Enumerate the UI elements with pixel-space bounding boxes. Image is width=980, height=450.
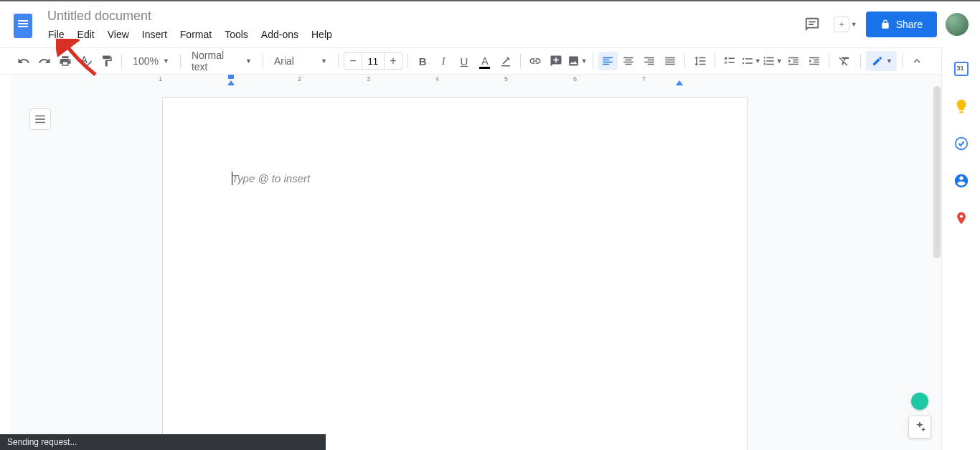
docs-logo-icon (14, 14, 32, 38)
outline-icon (34, 113, 47, 126)
collapse-toolbar-button[interactable] (908, 52, 927, 70)
menu-tools[interactable]: Tools (220, 26, 253, 43)
paint-format-icon (100, 55, 113, 67)
clear-formatting-button[interactable] (834, 52, 854, 70)
chevron-down-icon: ▼ (321, 57, 327, 65)
font-family-dropdown[interactable]: Arial▼ (268, 52, 333, 70)
numbered-list-icon (763, 55, 776, 67)
present-button[interactable]: ▼ (834, 17, 857, 32)
add-comment-icon (550, 55, 562, 67)
print-button[interactable] (56, 52, 75, 70)
open-comments-button[interactable] (799, 11, 825, 37)
font-size-control: − + (344, 52, 402, 70)
share-label: Share (896, 19, 923, 30)
toolbar-separator (829, 54, 829, 68)
ruler-mark: 7 (642, 75, 646, 83)
lock-icon (880, 19, 890, 29)
font-size-decrease-button[interactable]: − (344, 53, 362, 69)
chevron-down-icon: ▼ (581, 57, 588, 65)
chevron-down-icon: ▼ (886, 57, 892, 65)
link-icon (529, 55, 542, 67)
font-value: Arial (274, 55, 294, 67)
vertical-scrollbar[interactable] (933, 86, 941, 258)
calendar-icon (954, 62, 969, 76)
side-app-maps[interactable] (953, 210, 970, 227)
zoom-value: 100% (133, 55, 159, 67)
menu-format[interactable]: Format (175, 26, 217, 43)
menu-edit[interactable]: Edit (72, 26, 100, 43)
align-left-button[interactable] (598, 52, 618, 70)
side-app-keep[interactable] (953, 98, 970, 115)
style-value: Normal text (192, 50, 241, 72)
side-app-calendar[interactable] (953, 60, 970, 78)
spellcheck-button[interactable] (77, 52, 96, 70)
docs-home-button[interactable] (9, 7, 37, 44)
highlighter-icon (499, 55, 512, 67)
ruler-mark: 2 (298, 75, 301, 83)
menu-view[interactable]: View (103, 26, 134, 43)
align-justify-button[interactable] (660, 52, 679, 70)
menu-add-ons[interactable]: Add-ons (256, 26, 303, 43)
align-center-button[interactable] (619, 52, 639, 70)
horizontal-ruler[interactable]: 1 2 3 4 5 6 7 (11, 75, 941, 85)
paragraph-style-dropdown[interactable]: Normal text▼ (186, 52, 258, 70)
editing-mode-dropdown[interactable]: ▼ (866, 51, 897, 71)
share-button[interactable]: Share (866, 11, 937, 37)
font-size-increase-button[interactable]: + (385, 53, 402, 69)
bulleted-list-button[interactable]: ▼ (741, 52, 761, 70)
print-icon (59, 55, 72, 67)
toolbar-separator (860, 54, 861, 68)
activity-badge[interactable] (911, 393, 928, 410)
chevron-down-icon: ▼ (776, 57, 783, 65)
paint-format-button[interactable] (97, 52, 116, 70)
decrease-indent-button[interactable] (784, 52, 804, 70)
add-comment-button[interactable] (547, 52, 566, 70)
side-app-contacts[interactable] (953, 172, 970, 189)
image-icon (567, 55, 580, 67)
increase-indent-button[interactable] (804, 52, 824, 70)
redo-button[interactable] (35, 52, 55, 70)
side-app-tasks[interactable] (953, 135, 970, 152)
header-right: ▼ Share (799, 11, 969, 37)
present-icon (834, 17, 849, 32)
document-page[interactable]: Type @ to insert (162, 97, 748, 450)
bold-button[interactable]: B (413, 52, 433, 70)
line-spacing-icon (694, 55, 707, 67)
checklist-button[interactable] (720, 52, 740, 70)
underline-button[interactable]: U (455, 52, 474, 70)
spellcheck-icon (80, 55, 93, 67)
font-size-input[interactable] (362, 53, 385, 69)
toolbar-separator (407, 54, 408, 68)
menu-help[interactable]: Help (306, 26, 337, 43)
bulleted-list-icon (741, 55, 754, 67)
zoom-dropdown[interactable]: 100%▼ (127, 52, 175, 70)
insert-link-button[interactable] (526, 52, 545, 70)
menu-insert[interactable]: Insert (137, 26, 172, 43)
toolbar-separator (593, 54, 593, 68)
italic-button[interactable]: I (434, 52, 453, 70)
show-outline-button[interactable] (29, 108, 51, 130)
numbered-list-button[interactable]: ▼ (763, 52, 783, 70)
bold-icon: B (419, 55, 427, 67)
status-bar: Sending request... (0, 434, 326, 450)
status-message: Sending request... (7, 437, 77, 447)
insert-image-button[interactable]: ▼ (567, 52, 588, 70)
header: Untitled document File Edit View Insert … (0, 1, 980, 47)
line-spacing-button[interactable] (690, 52, 710, 70)
chevron-down-icon: ▼ (755, 57, 761, 65)
chevron-down-icon: ▼ (851, 21, 857, 28)
ruler-mark: 6 (573, 75, 577, 83)
align-left-icon (601, 55, 614, 67)
keep-icon (953, 98, 969, 114)
explore-button[interactable] (908, 416, 931, 439)
align-right-button[interactable] (639, 52, 659, 70)
toolbar-separator (715, 54, 715, 68)
side-panel (941, 47, 980, 450)
toolbar: 100%▼ Normal text▼ Arial▼ − + B I U A ▼ … (0, 47, 941, 75)
account-avatar[interactable] (946, 13, 969, 36)
text-color-button[interactable]: A (475, 52, 494, 70)
highlight-color-button[interactable] (496, 52, 515, 70)
menu-file[interactable]: File (43, 26, 70, 43)
explore-icon (913, 420, 927, 434)
undo-button[interactable] (14, 52, 34, 70)
